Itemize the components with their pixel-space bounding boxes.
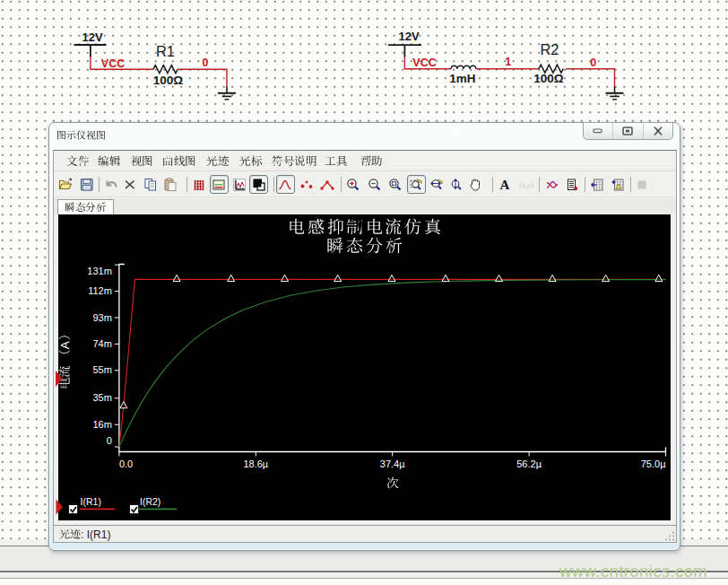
data-marker: [388, 275, 395, 281]
maximize-button[interactable]: [613, 123, 643, 139]
zoom-window-icon: [409, 177, 424, 192]
toolbar-zoom-vertical-button[interactable]: [447, 175, 466, 194]
axis-lines: [119, 265, 666, 452]
toolbar-trace-dotline-button[interactable]: [317, 175, 336, 194]
toolbar-trace-line-button[interactable]: [276, 175, 295, 194]
toolbar-zoom-in-button[interactable]: [343, 175, 362, 194]
legend-label: I(R2): [140, 496, 160, 507]
legend-checkbox[interactable]: [129, 504, 139, 514]
menu-tools[interactable]: [325, 155, 347, 168]
close-button[interactable]: [644, 123, 672, 139]
toolbar-export-excel-button[interactable]: [588, 175, 607, 194]
toolbar-legend-button[interactable]: [210, 175, 229, 194]
toolbar-copy-button[interactable]: [141, 175, 160, 194]
menu-graph[interactable]: [162, 155, 196, 168]
toolbar-export-button[interactable]: [563, 175, 582, 194]
c2-net-out: 0: [590, 57, 596, 69]
toolbar-open-button[interactable]: [56, 175, 74, 194]
data-marker: [228, 275, 235, 281]
invert-colors-icon: [251, 177, 266, 192]
x-tick-label: 18.6µ: [243, 458, 268, 469]
toolbar-zoom-full-button[interactable]: [386, 175, 405, 194]
chart-area[interactable]: A 016m35m55m74m93m112m131m0.018.6µ37.4µ5…: [58, 214, 671, 520]
y-tick-label: 35m: [92, 392, 111, 403]
series-I(R1): [119, 279, 666, 447]
c2-inductor-symbol[interactable]: [451, 65, 476, 69]
y-tick-label: 0: [107, 435, 112, 446]
c1-resistor-ref: R1: [156, 43, 175, 59]
plot: 016m35m55m74m93m112m131m0.018.6µ37.4µ56.…: [58, 214, 671, 520]
toolbar-zoom-horizontal-button[interactable]: [428, 175, 446, 194]
x-tick-label: 56.2µ: [516, 458, 542, 469]
toolbar-coordinates-button[interactable]: (x,y): [516, 175, 535, 194]
menu-edit[interactable]: [98, 155, 120, 168]
menu-view[interactable]: [131, 155, 153, 168]
toolbar-cursors-button[interactable]: [542, 175, 561, 194]
menu-help[interactable]: [360, 155, 383, 168]
toolbar-pan-hand-button[interactable]: [466, 175, 485, 194]
c2-vcc-symbol[interactable]: [388, 45, 421, 57]
data-marker: [602, 275, 610, 281]
c1-resistor-symbol[interactable]: [153, 65, 178, 74]
svg-text:A: A: [500, 178, 510, 192]
legend-item-I(R1): I(R1): [68, 496, 115, 514]
watermark-text: www.cntronics.com: [559, 562, 707, 581]
paste-icon: [162, 177, 178, 192]
toolbar-zoom-out-button[interactable]: [365, 175, 384, 194]
grid-icon: [192, 177, 207, 192]
legend-checkbox[interactable]: [68, 504, 78, 514]
toolbar-undo-button[interactable]: [102, 175, 121, 194]
window-titlebar[interactable]: [49, 123, 680, 150]
c1-vcc-symbol[interactable]: [74, 45, 107, 57]
toolbar-stop-button[interactable]: [633, 175, 652, 194]
zoom-vertical-icon: [449, 177, 464, 192]
toolbar-paste-button[interactable]: [160, 175, 179, 194]
c1-wire-out[interactable]: [178, 69, 227, 87]
c2-wire-out[interactable]: [566, 69, 615, 87]
export-excel-icon: [590, 177, 605, 192]
save-icon: [79, 177, 94, 192]
toolbar-export-graph-button[interactable]: [608, 175, 627, 194]
legend-icon: [212, 177, 227, 192]
svg-text:(x,y): (x,y): [519, 179, 533, 188]
circuit2[interactable]: 12V VCC 1mH 1 R2 100Ω 0: [388, 30, 624, 100]
toolbar-save-button[interactable]: [77, 175, 96, 194]
c2-inductor-value: 1mH: [449, 72, 475, 85]
data-marker: [334, 275, 342, 281]
c1-source-label: 12V: [82, 31, 102, 44]
text-icon: A: [498, 177, 513, 192]
export-icon: [565, 177, 580, 192]
zoom-full-icon: [388, 177, 403, 192]
delete-icon: [122, 177, 137, 192]
y-tick-label: 55m: [92, 364, 111, 375]
pan-hand-icon: [468, 177, 483, 192]
menu-cursor[interactable]: [239, 155, 262, 168]
toolbar-separator: [99, 177, 100, 192]
menu-legend[interactable]: [272, 155, 316, 168]
data-marker: [282, 275, 289, 281]
c1-ground-symbol[interactable]: [218, 87, 236, 100]
toolbar-separator: [492, 177, 493, 192]
toolbar-invert-colors-button[interactable]: [249, 175, 268, 194]
menu-trace[interactable]: [206, 155, 229, 168]
toolbar-grid-button[interactable]: [190, 175, 209, 194]
toolbar-text-button[interactable]: A: [496, 175, 515, 194]
menu-file[interactable]: [66, 155, 89, 168]
data-marker: [173, 275, 180, 281]
data-marker: [442, 275, 449, 281]
minimize-button[interactable]: [584, 123, 613, 139]
toolbar-zoom-window-button[interactable]: [407, 175, 426, 194]
toolbar-delete-button[interactable]: [120, 175, 139, 194]
circuit1[interactable]: 12V VCC R1 100Ω 0: [74, 31, 237, 100]
c2-ground-symbol[interactable]: [606, 87, 624, 100]
stop-icon: [635, 177, 650, 192]
export-graph-icon: [610, 177, 625, 192]
maximize-icon: [622, 127, 633, 135]
coordinates-icon: (x,y): [518, 177, 533, 192]
resize-grip-icon[interactable]: [664, 530, 675, 541]
c2-net-mid: 1: [505, 56, 511, 68]
toolbar-axes-properties-button[interactable]: [230, 175, 248, 194]
toolbar-trace-dots-button[interactable]: [297, 175, 316, 194]
c2-resistor-ref: R2: [540, 41, 559, 57]
tab-transient-analysis[interactable]: [57, 199, 114, 214]
